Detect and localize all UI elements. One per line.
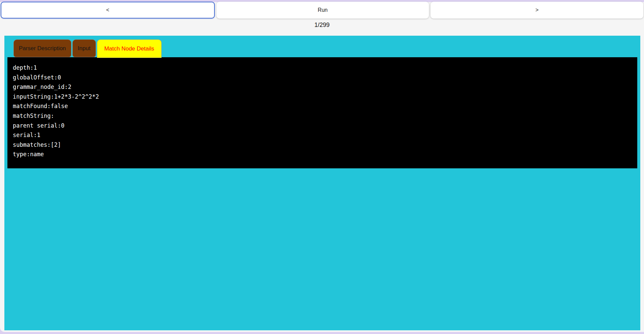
console-output: depth:1 globalOffset:0 grammar_node_id:2… [7,57,637,168]
console-line: matchString: [13,111,633,121]
app-page: < Run > 1/299 Parser Description Input M… [0,2,644,332]
console-line: parent serial:0 [13,121,633,131]
tab-parser-description[interactable]: Parser Description [13,39,71,57]
console-line: grammar_node_id:2 [13,82,633,92]
console-line: matchFound:false [13,101,633,111]
console-line: depth:1 [13,63,633,73]
next-button[interactable]: > [431,2,643,19]
console-line: serial:1 [13,130,633,140]
console-line: globalOffset:0 [13,73,633,82]
console-line: inputString:1+2*3-2^2^2*2 [13,92,633,102]
console-line: submatches:[2] [13,140,633,150]
parser-panel: Parser Description Input Match Node Deta… [4,36,640,330]
step-counter: 1/299 [0,21,644,29]
tab-match-node-details[interactable]: Match Node Details [97,39,162,58]
tab-input[interactable]: Input [72,39,96,57]
run-button[interactable]: Run [216,2,429,19]
console-line: type:name [13,149,633,159]
tab-bar: Parser Description Input Match Node Deta… [4,36,640,57]
nav-toolbar: < Run > [0,2,644,19]
prev-button[interactable]: < [1,2,215,19]
